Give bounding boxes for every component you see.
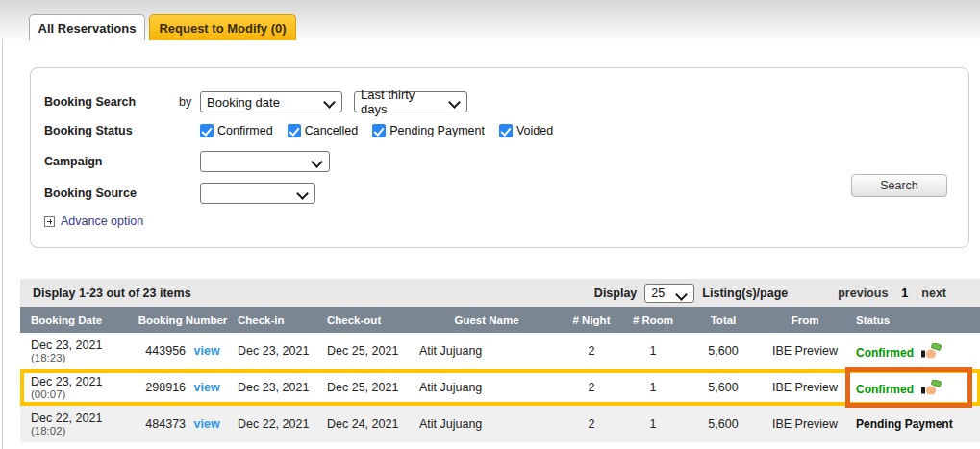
check-out-date: Dec 24, 2021 [323,417,412,431]
col-rooms: # Room [621,314,685,326]
booking-from: IBE Preview [762,417,848,431]
col-nights: # Night [562,314,621,326]
checkbox-voided[interactable] [499,124,513,137]
status-badge: Confirmed [856,346,914,360]
night-count: 2 [562,381,621,394]
result-summary: Display 1-23 out of 23 items [20,287,191,300]
booking-number: 443956 [145,344,186,358]
search-by-value: Booking date [207,95,280,110]
booking-source-select[interactable] [200,183,315,204]
tab-request-to-modify[interactable]: Request to Modify (0) [149,14,296,40]
night-count: 2 [562,417,621,431]
table-toolbar: Display 1-23 out of 23 items Display 25 … [20,279,980,307]
status-option-cancelled: Cancelled [288,124,359,137]
view-link[interactable]: view [194,381,220,394]
tab-all-reservations-label: All Reservations [38,21,137,36]
check-out-date: Dec 25, 2021 [323,381,412,394]
checkbox-cancelled-label: Cancelled [305,124,359,137]
search-button-label: Search [880,179,918,192]
next-page-link[interactable]: next [921,287,946,300]
booking-time: (18:02) [31,425,134,437]
tab-all-reservations[interactable]: All Reservations [29,14,145,40]
room-count: 1 [621,417,685,431]
advance-option-toggle[interactable]: Advance option [44,214,143,228]
booking-date: Dec 22, 2021 [31,412,134,425]
check-in-date: Dec 22, 2021 [232,417,323,431]
status-option-confirmed: Confirmed [200,124,273,137]
col-check-in: Check-in [232,314,323,326]
per-page-select[interactable]: 25 [644,284,694,303]
checkbox-pending-payment-label: Pending Payment [389,124,485,137]
total-amount: 5,600 [685,344,762,358]
col-total: Total [685,314,762,326]
date-range-select[interactable]: Last thirty days [354,91,467,112]
money-in-hand-icon [921,380,942,396]
guest-name: Atit Jujuang [412,344,562,358]
table-row: Dec 22, 2021 (18:02) 484373 view Dec 22,… [20,406,980,442]
booking-number: 484373 [145,417,186,431]
booking-search-row: Booking Search by Booking date Last thir… [44,91,968,112]
top-band [0,0,980,39]
reservations-page: All Reservations Request to Modify (0) B… [0,0,980,449]
money-in-hand-icon [921,343,942,360]
booking-time: (00:07) [31,388,134,401]
checkbox-confirmed[interactable] [200,124,214,137]
table-header-row: Booking Date Booking Number Check-in Che… [20,307,980,333]
current-page-number[interactable]: 1 [901,287,908,300]
booking-from: IBE Preview [762,344,848,358]
table-row-highlighted: Dec 23, 2021 (00:07) 298916 view Dec 23,… [20,369,980,406]
checkbox-confirmed-label: Confirmed [217,124,273,137]
per-page-suffix: Listing(s)/page [702,287,788,300]
search-button[interactable]: Search [851,174,947,197]
checkbox-voided-label: Voided [516,124,553,137]
col-status: Status [848,314,980,326]
booking-number: 298916 [145,381,186,394]
booking-source-label: Booking Source [44,187,179,200]
col-booking-number: Booking Number [134,314,232,326]
table-row: Dec 23, 2021 (18:23) 443956 view Dec 23,… [20,333,980,369]
reservations-table: Display 1-23 out of 23 items Display 25 … [20,279,980,442]
checkbox-pending-payment[interactable] [372,124,386,137]
pagination: previous 1 next [838,287,946,300]
guest-name: Atit Jujuang [412,417,562,431]
booking-search-panel: Booking Search by Booking date Last thir… [30,67,969,248]
booking-date: Dec 23, 2021 [31,375,134,388]
night-count: 2 [562,344,621,358]
booking-date: Dec 23, 2021 [31,338,134,352]
status-option-pending-payment: Pending Payment [372,124,485,137]
total-amount: 5,600 [685,381,762,394]
by-label: by [179,95,200,109]
booking-status-label: Booking Status [44,124,179,137]
checkbox-cancelled[interactable] [288,124,301,137]
campaign-row: Campaign [44,151,968,172]
room-count: 1 [621,381,685,394]
booking-source-row: Booking Source [44,183,968,204]
booking-time: (18:23) [31,352,134,364]
status-option-voided: Voided [499,124,553,137]
total-amount: 5,600 [685,417,762,431]
advance-option-label: Advance option [61,214,143,228]
check-in-date: Dec 23, 2021 [232,344,323,358]
search-by-select[interactable]: Booking date [200,91,342,112]
room-count: 1 [621,344,685,358]
booking-from: IBE Preview [762,381,848,394]
date-range-value: Last thirty days [361,87,443,116]
expand-plus-icon [44,216,55,227]
content-panel: Booking Search by Booking date Last thir… [2,39,980,449]
per-page-value: 25 [651,287,665,300]
previous-page-link[interactable]: previous [838,287,888,300]
booking-status-row: Booking Status Confirmed Cancelled Pendi… [44,120,968,141]
status-badge: Pending Payment [856,417,953,431]
campaign-select[interactable] [200,151,330,172]
col-from: From [762,314,848,326]
view-link[interactable]: view [194,344,220,358]
col-booking-date: Booking Date [20,314,134,326]
guest-name: Atit Jujuang [412,381,562,394]
check-out-date: Dec 25, 2021 [323,344,412,358]
display-label: Display [594,287,637,300]
campaign-label: Campaign [44,155,179,168]
status-badge: Confirmed [856,383,914,396]
col-guest-name: Guest Name [412,314,562,326]
view-link[interactable]: view [194,417,220,431]
tab-request-to-modify-label: Request to Modify (0) [159,21,286,36]
